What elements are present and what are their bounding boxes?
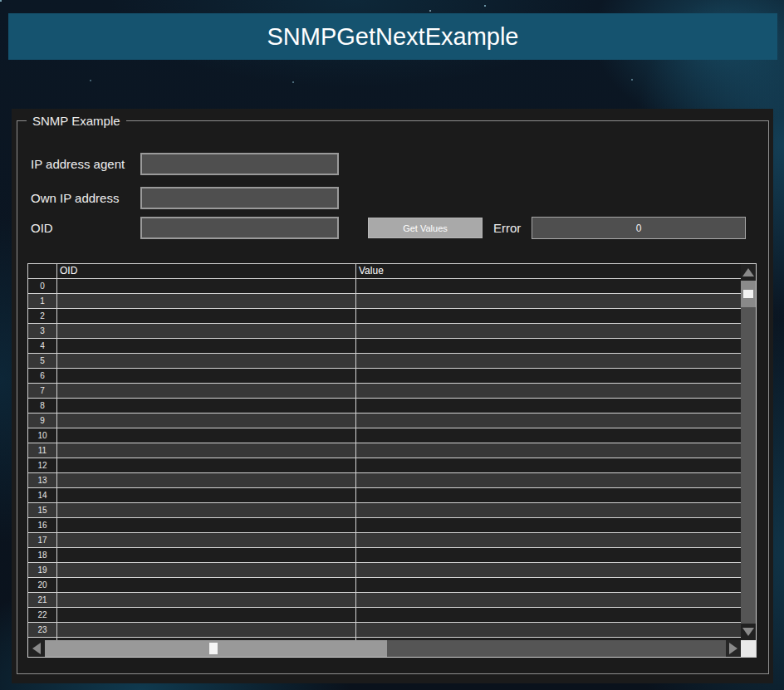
value-cell[interactable] bbox=[356, 324, 741, 338]
oid-cell[interactable] bbox=[57, 518, 356, 532]
oid-cell[interactable] bbox=[57, 354, 356, 368]
table-row[interactable]: 10 bbox=[28, 428, 741, 443]
vertical-scrollbar[interactable] bbox=[741, 264, 756, 640]
table-row[interactable]: 8 bbox=[28, 399, 741, 414]
table-row[interactable]: 13 bbox=[28, 473, 741, 488]
oid-cell[interactable] bbox=[57, 578, 356, 592]
table-row[interactable]: 12 bbox=[28, 458, 741, 473]
horizontal-scroll-thumb[interactable] bbox=[45, 640, 387, 657]
value-cell[interactable] bbox=[356, 533, 741, 547]
column-header-oid[interactable]: OID bbox=[57, 264, 356, 278]
scroll-down-button[interactable] bbox=[741, 624, 756, 640]
table-row[interactable]: 15 bbox=[28, 503, 741, 518]
oid-cell[interactable] bbox=[57, 608, 356, 622]
oid-cell[interactable] bbox=[57, 458, 356, 472]
table-row[interactable]: 23 bbox=[28, 623, 741, 638]
oid-cell[interactable] bbox=[57, 339, 356, 353]
oid-cell[interactable] bbox=[57, 324, 356, 338]
oid-cell[interactable] bbox=[57, 473, 356, 487]
table-row[interactable]: 21 bbox=[28, 593, 741, 608]
oid-cell[interactable] bbox=[57, 369, 356, 383]
table-row[interactable]: 7 bbox=[28, 384, 741, 399]
row-header-cell[interactable]: 20 bbox=[28, 578, 57, 592]
oid-cell[interactable] bbox=[57, 563, 356, 577]
row-header-cell[interactable]: 6 bbox=[28, 369, 57, 383]
value-cell[interactable] bbox=[356, 279, 741, 293]
row-header-cell[interactable]: 2 bbox=[28, 309, 57, 323]
oid-cell[interactable] bbox=[57, 488, 356, 502]
get-values-button[interactable]: Get Values bbox=[368, 218, 483, 238]
scroll-right-button[interactable] bbox=[726, 640, 741, 657]
table-row[interactable]: 9 bbox=[28, 414, 741, 428]
oid-cell[interactable] bbox=[57, 623, 356, 637]
row-header-cell[interactable]: 10 bbox=[28, 428, 57, 443]
oid-cell[interactable] bbox=[57, 428, 356, 443]
oid-cell[interactable] bbox=[57, 294, 356, 308]
value-cell[interactable] bbox=[356, 458, 741, 472]
oid-cell[interactable] bbox=[57, 548, 356, 562]
table-row[interactable]: 3 bbox=[28, 324, 741, 339]
row-header-cell[interactable]: 22 bbox=[28, 608, 57, 622]
column-header-value[interactable]: Value bbox=[356, 264, 741, 278]
grid-corner-cell[interactable] bbox=[28, 264, 57, 278]
scroll-left-button[interactable] bbox=[28, 640, 45, 657]
row-header-cell[interactable]: 3 bbox=[28, 324, 57, 338]
row-header-cell[interactable]: 23 bbox=[28, 623, 57, 637]
value-cell[interactable] bbox=[356, 309, 741, 323]
row-header-cell[interactable]: 18 bbox=[28, 548, 57, 562]
value-cell[interactable] bbox=[356, 369, 741, 383]
row-header-cell[interactable]: 12 bbox=[28, 458, 57, 472]
own-ip-input[interactable] bbox=[140, 187, 339, 209]
table-row[interactable]: 18 bbox=[28, 548, 741, 563]
value-cell[interactable] bbox=[356, 339, 741, 353]
value-cell[interactable] bbox=[356, 563, 741, 577]
table-row[interactable]: 0 bbox=[28, 279, 741, 294]
oid-input[interactable] bbox=[140, 217, 339, 239]
value-cell[interactable] bbox=[356, 473, 741, 487]
table-row[interactable]: 2 bbox=[28, 309, 741, 324]
value-cell[interactable] bbox=[356, 399, 741, 413]
value-cell[interactable] bbox=[356, 548, 741, 562]
row-header-cell[interactable]: 5 bbox=[28, 354, 57, 368]
row-header-cell[interactable]: 1 bbox=[28, 294, 57, 308]
row-header-cell[interactable]: 14 bbox=[28, 488, 57, 502]
table-row[interactable]: 11 bbox=[28, 443, 741, 458]
value-cell[interactable] bbox=[356, 294, 741, 308]
table-row[interactable]: 1 bbox=[28, 294, 741, 309]
value-cell[interactable] bbox=[356, 623, 741, 637]
table-row[interactable]: 4 bbox=[28, 339, 741, 354]
value-cell[interactable] bbox=[356, 443, 741, 458]
row-header-cell[interactable]: 16 bbox=[28, 518, 57, 532]
value-cell[interactable] bbox=[356, 518, 741, 532]
row-header-cell[interactable]: 9 bbox=[28, 414, 57, 428]
value-cell[interactable] bbox=[356, 608, 741, 622]
table-row[interactable]: 22 bbox=[28, 608, 741, 623]
row-header-cell[interactable]: 7 bbox=[28, 384, 57, 398]
value-cell[interactable] bbox=[356, 503, 741, 517]
value-cell[interactable] bbox=[356, 384, 741, 398]
row-header-cell[interactable]: 0 bbox=[28, 279, 57, 293]
row-header-cell[interactable]: 17 bbox=[28, 533, 57, 547]
row-header-cell[interactable]: 21 bbox=[28, 593, 57, 607]
table-row[interactable]: 16 bbox=[28, 518, 741, 533]
horizontal-scrollbar[interactable] bbox=[28, 640, 741, 657]
scroll-up-button[interactable] bbox=[741, 264, 756, 281]
value-cell[interactable] bbox=[356, 578, 741, 592]
value-cell[interactable] bbox=[356, 354, 741, 368]
row-header-cell[interactable]: 8 bbox=[28, 399, 57, 413]
oid-cell[interactable] bbox=[57, 503, 356, 517]
row-header-cell[interactable]: 11 bbox=[28, 443, 57, 458]
value-cell[interactable] bbox=[356, 488, 741, 502]
error-value-field[interactable] bbox=[532, 217, 746, 239]
value-cell[interactable] bbox=[356, 414, 741, 428]
value-cell[interactable] bbox=[356, 428, 741, 443]
table-row[interactable]: 19 bbox=[28, 563, 741, 578]
oid-cell[interactable] bbox=[57, 309, 356, 323]
vertical-scroll-thumb[interactable] bbox=[741, 281, 756, 307]
table-row[interactable]: 14 bbox=[28, 488, 741, 503]
row-header-cell[interactable]: 4 bbox=[28, 339, 57, 353]
row-header-cell[interactable]: 15 bbox=[28, 503, 57, 517]
oid-cell[interactable] bbox=[57, 533, 356, 547]
table-row[interactable]: 17 bbox=[28, 533, 741, 548]
oid-cell[interactable] bbox=[57, 279, 356, 293]
